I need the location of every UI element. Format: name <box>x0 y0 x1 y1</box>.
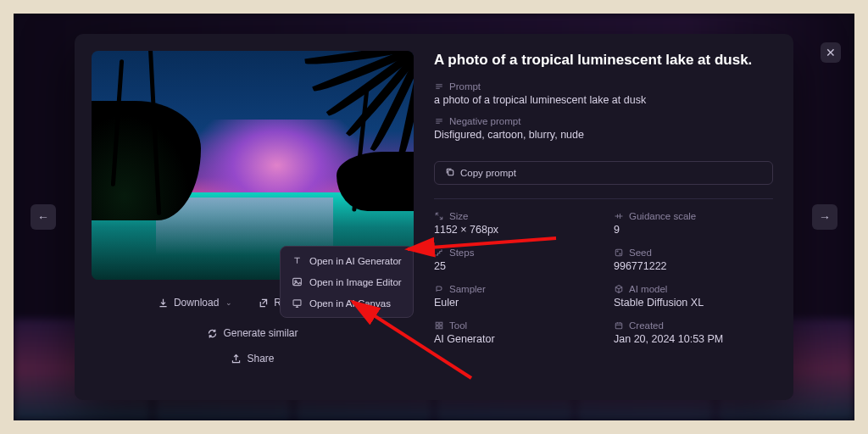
field-label-text: Prompt <box>449 81 481 92</box>
svg-rect-9 <box>436 326 438 329</box>
svg-rect-2 <box>293 300 301 306</box>
button-label: Share <box>247 353 274 364</box>
button-label: Copy prompt <box>460 168 516 178</box>
menu-item-label: Open in AI Canvas <box>309 298 391 309</box>
image-detail-modal: ✕ <box>75 34 793 400</box>
negative-prompt-value: Disfigured, cartoon, blurry, nude <box>434 129 773 141</box>
guidance-icon <box>614 211 624 221</box>
meta-seed: Seed 996771222 <box>614 248 773 272</box>
meta-size: Size 1152 × 768px <box>434 211 593 236</box>
external-icon <box>258 298 269 309</box>
prev-image-button[interactable]: ← <box>31 204 56 230</box>
close-button[interactable]: ✕ <box>821 42 841 63</box>
menu-item-label: Open in AI Generator <box>309 256 402 266</box>
generate-similar-button[interactable]: Generate similar <box>198 322 306 344</box>
refresh-icon <box>207 328 218 339</box>
prompt-icon <box>434 81 444 92</box>
field-label-text: Negative prompt <box>449 116 520 126</box>
image-icon <box>292 276 303 287</box>
meta-model: AI model Stable Diffusion XL <box>614 284 773 309</box>
negative-prompt-block: Negative prompt Disfigured, cartoon, blu… <box>434 116 773 141</box>
menu-item-label: Open in Image Editor <box>309 277 402 287</box>
meta-guidance: Guidance scale 9 <box>614 211 773 236</box>
button-label: Download <box>174 297 219 309</box>
svg-rect-4 <box>615 249 622 256</box>
menu-open-image-editor[interactable]: Open in Image Editor <box>284 271 409 292</box>
image-actions-row-2: Share <box>92 348 414 370</box>
svg-point-6 <box>620 253 620 254</box>
svg-rect-7 <box>436 322 438 325</box>
menu-open-ai-generator[interactable]: Open in AI Generator <box>284 250 409 271</box>
details-column: A photo of a tropical luminescent lake a… <box>434 51 773 383</box>
copy-prompt-button[interactable]: Copy prompt <box>434 161 773 185</box>
sampler-icon <box>434 284 444 294</box>
download-button[interactable]: Download ⌄ <box>149 292 241 314</box>
chevron-down-icon: ⌄ <box>225 298 232 307</box>
copy-icon <box>445 167 455 179</box>
meta-sampler: Sampler Euler <box>434 284 593 309</box>
meta-tool: Tool AI Generator <box>434 320 593 345</box>
image-title: A photo of a tropical luminescent lake a… <box>434 51 773 70</box>
prompt-block: Prompt a photo of a tropical luminescent… <box>434 81 773 106</box>
svg-rect-3 <box>448 170 453 175</box>
canvas-icon <box>292 298 303 309</box>
steps-icon <box>434 248 444 258</box>
image-column: Open in AI Generator Open in Image Edito… <box>92 51 414 383</box>
reuse-image-menu: Open in AI Generator Open in Image Edito… <box>280 246 414 318</box>
text-tool-icon <box>292 255 303 266</box>
meta-steps: Steps 25 <box>434 248 593 272</box>
seed-icon <box>614 248 624 258</box>
svg-rect-11 <box>615 323 622 329</box>
negative-prompt-icon <box>434 116 444 126</box>
prompt-value: a photo of a tropical luminescent lake a… <box>434 94 773 106</box>
svg-rect-10 <box>440 326 442 329</box>
svg-point-5 <box>617 251 618 252</box>
model-icon <box>614 284 624 294</box>
share-button[interactable]: Share <box>222 348 282 370</box>
size-icon <box>434 211 444 221</box>
tutorial-frame: ← → ✕ <box>0 0 868 434</box>
app-background: ← → ✕ <box>14 14 854 420</box>
next-image-button[interactable]: → <box>812 204 837 230</box>
tool-icon <box>434 320 444 331</box>
meta-created: Created Jan 20, 2024 10:53 PM <box>614 320 773 345</box>
metadata-grid: Size 1152 × 768px Guidance scale 9 Steps… <box>434 198 773 345</box>
close-icon: ✕ <box>826 46 836 59</box>
calendar-icon <box>614 320 624 331</box>
svg-rect-8 <box>440 322 442 325</box>
download-icon <box>158 298 169 309</box>
share-icon <box>231 353 242 364</box>
button-label: Generate similar <box>223 327 298 339</box>
menu-open-ai-canvas[interactable]: Open in AI Canvas <box>284 292 409 314</box>
